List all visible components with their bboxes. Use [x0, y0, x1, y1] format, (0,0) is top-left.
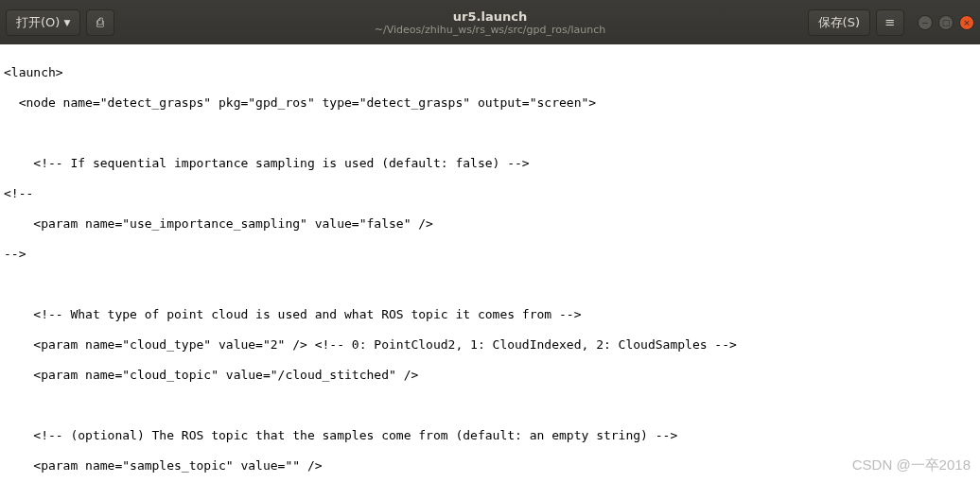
titlebar-left: 打开(O) ▼ ⎙	[6, 9, 114, 36]
titlebar: 打开(O) ▼ ⎙ ur5.launch ~/Videos/zhihu_ws/r…	[0, 0, 980, 44]
document-path: ~/Videos/zhihu_ws/rs_ws/src/gpd_ros/laun…	[375, 24, 605, 36]
chevron-down-icon: ▼	[63, 18, 70, 27]
code-line: <param name="cloud_type" value="2" /> <!…	[4, 337, 976, 353]
watermark: CSDN @一卒2018	[852, 456, 971, 474]
titlebar-right: 保存(S) ≡ − □ ×	[808, 9, 974, 36]
maximize-icon: □	[942, 18, 951, 27]
code-line: <launch>	[4, 65, 976, 80]
code-line	[4, 277, 976, 292]
code-line: <param name="cloud_topic" value="/cloud_…	[4, 368, 976, 383]
menu-button[interactable]: ≡	[876, 9, 904, 36]
code-line	[4, 398, 976, 413]
titlebar-center: ur5.launch ~/Videos/zhihu_ws/rs_ws/src/g…	[375, 9, 605, 36]
maximize-button[interactable]: □	[938, 15, 954, 30]
code-line: <param name="samples_topic" value="" />	[4, 458, 976, 473]
code-line: <!-- If sequential importance sampling i…	[4, 156, 976, 171]
save-label: 保存(S)	[818, 14, 860, 31]
document-title: ur5.launch	[375, 9, 605, 24]
close-icon: ×	[963, 18, 971, 27]
new-document-icon: ⎙	[96, 15, 104, 29]
code-line	[4, 126, 976, 141]
new-tab-button[interactable]: ⎙	[86, 9, 114, 36]
code-line: <!-- (optional) The ROS topic that the s…	[4, 428, 976, 443]
code-line: <node name="detect_grasps" pkg="gpd_ros"…	[4, 95, 976, 111]
hamburger-icon: ≡	[885, 15, 896, 29]
code-line: <!-- What type of point cloud is used an…	[4, 307, 976, 322]
window-controls: − □ ×	[918, 15, 974, 30]
code-line: <!--	[4, 186, 976, 201]
code-line: <param name="use_importance_sampling" va…	[4, 216, 976, 232]
save-button[interactable]: 保存(S)	[808, 9, 870, 36]
minimize-icon: −	[921, 18, 929, 27]
editor-area[interactable]: <launch> <node name="detect_grasps" pkg=…	[0, 44, 980, 482]
open-label: 打开(O)	[16, 14, 60, 31]
open-button[interactable]: 打开(O) ▼	[6, 9, 80, 36]
minimize-button[interactable]: −	[918, 15, 933, 30]
code-line: -->	[4, 247, 976, 262]
close-button[interactable]: ×	[959, 15, 974, 30]
